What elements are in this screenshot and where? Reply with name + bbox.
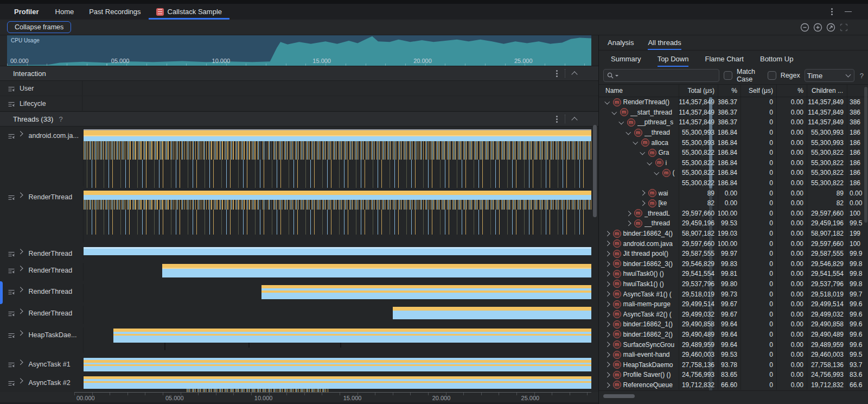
- column-header-total-pct[interactable]: %: [718, 85, 741, 97]
- subtab-flame-chart[interactable]: Flame Chart: [705, 50, 744, 67]
- expand-chevron-icon[interactable]: [18, 193, 23, 198]
- tree-expand-chevron[interactable]: [605, 342, 610, 347]
- thread-track[interactable]: [83, 246, 598, 260]
- horizontal-scrollbar[interactable]: [603, 394, 635, 398]
- table-row[interactable]: m__thread55,300,993186.8400.0055,300,993…: [599, 128, 868, 138]
- tree-expand-chevron[interactable]: [605, 362, 610, 367]
- tab-home[interactable]: Home: [48, 4, 82, 20]
- expand-chevron-icon[interactable]: [18, 309, 23, 314]
- tab-callstack-sample[interactable]: Callstack Sample: [149, 4, 229, 20]
- threads-collapse-icon[interactable]: [571, 117, 577, 123]
- table-row[interactable]: mAsyncTask #2() (29,499,03299.6700.0029,…: [599, 309, 868, 319]
- tree-collapse-chevron[interactable]: [647, 160, 652, 165]
- expand-chevron-icon[interactable]: [18, 131, 23, 136]
- collapse-frames-button[interactable]: Collapse frames: [7, 21, 71, 33]
- subtab-summary[interactable]: Summary: [611, 50, 641, 67]
- table-row[interactable]: mhwuiTask0() ()29,541,55499.8100.0029,54…: [599, 269, 868, 279]
- subtab-top-down[interactable]: Top Down: [658, 50, 689, 67]
- table-row[interactable]: mbinder:16862_2()29,490,48999.6400.0029,…: [599, 330, 868, 340]
- tree-expand-chevron[interactable]: [605, 312, 610, 317]
- interaction-track[interactable]: [82, 81, 598, 96]
- tree-expand-chevron[interactable]: [605, 231, 610, 236]
- frame-selection-icon[interactable]: [839, 23, 848, 32]
- table-scrollbar[interactable]: [864, 87, 867, 223]
- thread-track[interactable]: [83, 128, 598, 186]
- tree-collapse-chevron[interactable]: [605, 99, 610, 104]
- column-header-name[interactable]: Name: [603, 85, 679, 97]
- expand-chevron-icon[interactable]: [18, 378, 23, 383]
- table-row[interactable]: mbinder:16862_4()58,907,182199.0300.0058…: [599, 229, 868, 239]
- interaction-row-lifecycle[interactable]: Lifecycle: [0, 96, 598, 111]
- thread-track[interactable]: [83, 375, 598, 390]
- table-row[interactable]: m[ke820.0000.00820.00: [599, 198, 868, 209]
- thread-row-renderthread[interactable]: RenderThread: [0, 263, 83, 281]
- thread-row-renderthread[interactable]: RenderThread: [0, 190, 83, 243]
- thread-row-asynctask-1[interactable]: AsyncTask #1: [0, 357, 83, 372]
- thread-track[interactable]: [83, 190, 598, 243]
- tab-past-recordings[interactable]: Past Recordings: [81, 4, 148, 20]
- tab-all-threads[interactable]: All threads: [648, 35, 681, 50]
- threads-help-icon[interactable]: ?: [59, 115, 62, 123]
- kebab-menu-icon[interactable]: [831, 11, 833, 12]
- tab-analysis[interactable]: Analysis: [608, 35, 634, 50]
- interaction-row-user[interactable]: User: [0, 81, 598, 96]
- threads-kebab-icon[interactable]: [556, 118, 558, 120]
- thread-row-renderthread[interactable]: RenderThread: [0, 246, 83, 260]
- table-row[interactable]: mReferenceQueue19,712,83266.6000.0019,71…: [599, 380, 868, 390]
- threads-ruler-track[interactable]: 00.00005.00010.00015.00020.00025.000: [74, 392, 591, 402]
- table-row[interactable]: mwai890.0000.00890.00: [599, 188, 868, 198]
- thread-row-android-com-ja[interactable]: android.com.ja...: [0, 128, 83, 186]
- table-row[interactable]: m__pthread_s114,357,849386.3700.00114,35…: [599, 117, 868, 128]
- expand-chevron-icon[interactable]: [18, 287, 23, 292]
- expand-chevron-icon[interactable]: [18, 249, 23, 254]
- tree-collapse-chevron[interactable]: [626, 129, 631, 134]
- tree-expand-chevron[interactable]: [605, 281, 610, 286]
- regex-checkbox[interactable]: [768, 71, 776, 80]
- table-row[interactable]: m_threadL29,597,660100.0000.0029,597,660…: [599, 209, 868, 219]
- thread-track[interactable]: [83, 306, 598, 324]
- search-box[interactable]: [603, 69, 719, 82]
- thread-track[interactable]: [83, 357, 598, 372]
- table-row[interactable]: mHeapTaskDaemo27,758,13693.7800.0027,758…: [599, 359, 868, 370]
- tree-expand-chevron[interactable]: [605, 382, 610, 387]
- table-row[interactable]: mSurfaceSyncGrou29,489,95999.6400.0029,4…: [599, 339, 868, 350]
- tree-expand-chevron[interactable]: [605, 292, 610, 296]
- tree-expand-chevron[interactable]: [605, 302, 610, 307]
- interaction-collapse-icon[interactable]: [571, 71, 577, 77]
- tree-expand-chevron[interactable]: [605, 251, 610, 256]
- thread-row-renderthread[interactable]: RenderThread: [0, 306, 83, 324]
- tree-collapse-chevron[interactable]: [654, 170, 659, 175]
- table-row[interactable]: mProfile Saver() ()24,756,99383.6500.002…: [599, 370, 868, 380]
- tree-expand-chevron[interactable]: [605, 352, 610, 357]
- expand-chevron-icon[interactable]: [18, 266, 23, 271]
- search-options-caret-icon[interactable]: [615, 75, 618, 77]
- tree-collapse-chevron[interactable]: [619, 119, 624, 124]
- tree-expand-chevron[interactable]: [626, 211, 631, 216]
- subtab-bottom-up[interactable]: Bottom Up: [760, 50, 793, 67]
- column-header-self-pct[interactable]: %: [777, 85, 807, 97]
- table-row[interactable]: mmali-event-hand29,460,00399.5300.0029,4…: [599, 350, 868, 360]
- tree-collapse-chevron[interactable]: [612, 109, 617, 114]
- tree-expand-chevron[interactable]: [626, 221, 631, 226]
- column-header-children[interactable]: Children ...: [807, 85, 847, 97]
- table-row[interactable]: m__thread29,459,19699.5300.0029,459,1969…: [599, 218, 868, 229]
- table-row[interactable]: mandroid.com.java29,597,660100.0000.0029…: [599, 238, 868, 249]
- tree-collapse-chevron[interactable]: [640, 150, 645, 155]
- inner-scrollbar-thumb[interactable]: [709, 97, 712, 188]
- table-row[interactable]: m(55,300,822186.8400.0055,300,822186: [599, 168, 868, 178]
- thread-track[interactable]: [83, 327, 598, 354]
- table-row[interactable]: mhwuiTask1() ()29,537,79699.8000.0029,53…: [599, 279, 868, 289]
- tree-collapse-chevron[interactable]: [633, 140, 638, 144]
- threads-scrollbar[interactable]: [593, 125, 597, 217]
- table-row[interactable]: mbinder:16862_1()29,490,85899.6400.0029,…: [599, 319, 868, 330]
- tree-expand-chevron[interactable]: [605, 373, 610, 377]
- tree-expand-chevron[interactable]: [640, 201, 645, 206]
- tab-profiler[interactable]: Profiler: [7, 4, 48, 20]
- table-row[interactable]: mbinder:16862_3()29,546,82999.8300.0029,…: [599, 259, 868, 269]
- tree-expand-chevron[interactable]: [605, 272, 610, 276]
- column-header-total[interactable]: Total (μs): [679, 85, 718, 97]
- table-row[interactable]: mJit thread pool()29,587,55599.9700.0029…: [599, 249, 868, 259]
- column-header-self[interactable]: Self (μs): [741, 85, 777, 97]
- thread-row-asynctask-2[interactable]: AsyncTask #2: [0, 375, 83, 390]
- table-row[interactable]: mmali-mem-purge29,499,51499.6700.0029,49…: [599, 299, 868, 310]
